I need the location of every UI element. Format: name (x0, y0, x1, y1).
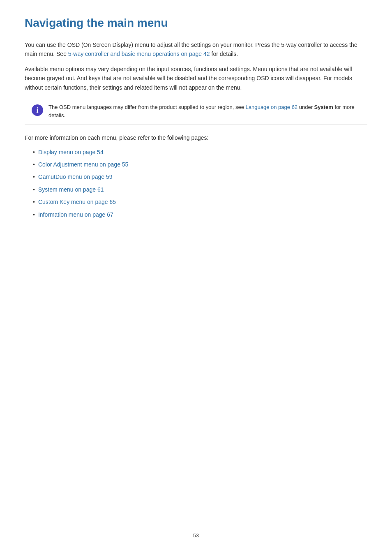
intro-text-after-link: for details. (210, 51, 238, 57)
info-icon: i (31, 104, 44, 116)
note-text-before: The OSD menu languages may differ from t… (48, 104, 246, 110)
note-box: i The OSD menu languages may differ from… (25, 98, 367, 125)
menu-item-link[interactable]: Custom Key menu on page 65 (38, 199, 116, 205)
page-title: Navigating the main menu (25, 16, 367, 32)
list-item: Information menu on page 67 (33, 210, 367, 219)
list-item: Display menu on page 54 (33, 148, 367, 157)
list-item: Color Adjustment menu on page 55 (33, 160, 367, 169)
menu-item-link[interactable]: Information menu on page 67 (38, 211, 113, 218)
menu-item-link[interactable]: Color Adjustment menu on page 55 (38, 161, 128, 168)
list-item: System menu on page 61 (33, 185, 367, 194)
intro-paragraph-1: You can use the OSD (On Screen Display) … (25, 40, 367, 59)
menu-list: Display menu on page 54Color Adjustment … (33, 148, 367, 219)
menu-list-intro: For more information on each menu, pleas… (25, 133, 367, 142)
list-item: GamutDuo menu on page 59 (33, 172, 367, 181)
language-link[interactable]: Language on page 62 (246, 104, 298, 110)
intro-paragraph-2: Available menu options may vary dependin… (25, 65, 367, 92)
menu-item-link[interactable]: System menu on page 61 (38, 186, 104, 193)
note-bold-text: System (314, 104, 333, 110)
menu-item-link[interactable]: Display menu on page 54 (38, 149, 104, 155)
controller-link[interactable]: 5-way controller and basic menu operatio… (68, 51, 210, 57)
page-number: 53 (0, 532, 392, 539)
svg-text:i: i (36, 106, 38, 114)
list-item: Custom Key menu on page 65 (33, 197, 367, 206)
note-text-middle: under (297, 104, 314, 110)
note-text: The OSD menu languages may differ from t… (48, 103, 361, 120)
menu-item-link[interactable]: GamutDuo menu on page 59 (38, 173, 113, 180)
